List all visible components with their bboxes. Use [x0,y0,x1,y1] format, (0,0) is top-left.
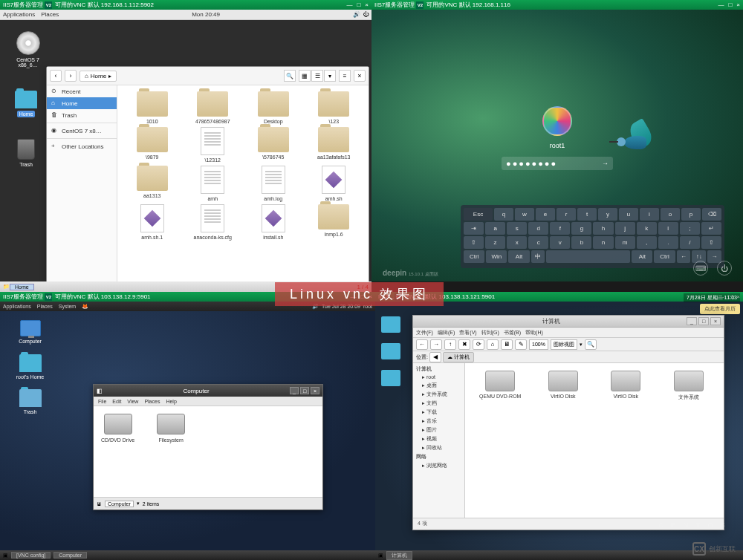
desktop-icon-1[interactable] [381,316,400,333]
maximize-button[interactable]: □ [698,317,709,325]
up-button[interactable]: ↑ [444,339,456,350]
power-button[interactable]: ⏻ [717,261,732,276]
file-item[interactable]: \9879 [123,127,181,163]
osk-key[interactable]: y [598,208,617,221]
search-button[interactable]: 🔍 [585,339,597,350]
file-item[interactable]: anaconda-ks.cfg [184,204,242,240]
osk-key[interactable]: v [550,236,570,249]
osk-key[interactable]: j [615,222,635,235]
search-button[interactable]: 🔍 [284,70,296,82]
stop-button[interactable]: ✖ [458,339,470,350]
sidebar-home[interactable]: ⌂Home [47,97,117,109]
osk-key[interactable]: ↵ [701,222,721,235]
firefox-icon[interactable]: 🦊 [82,304,88,310]
calendar-notice[interactable]: 点此查看月历 [700,304,740,314]
osk-key[interactable] [546,250,630,263]
drive-item[interactable]: CD/DVD Drive [101,414,134,489]
file-item[interactable]: amh [184,166,242,201]
osk-key[interactable]: ⇧ [464,236,484,249]
osk-key[interactable]: w [515,208,534,221]
menu-item[interactable]: Places [144,399,160,404]
osk-key[interactable]: i [640,208,659,221]
taskbar-vnc[interactable]: [VNC config] [11,552,51,559]
trash-desktop-icon[interactable]: Trash [13,389,47,414]
sidebar-item[interactable]: ▸ 文件系统 [413,390,464,399]
menu-item[interactable]: File [98,399,106,404]
list-view-button[interactable]: ☰ [311,70,323,82]
dropdown-button[interactable]: ▾ [324,70,336,82]
sidebar-item[interactable]: ▸ 下载 [413,408,464,417]
maximize-button[interactable]: □ [300,387,309,394]
breadcrumb[interactable]: ⌂ Home ▸ [80,71,117,82]
submit-arrow-icon[interactable]: → [602,160,609,167]
maximize-button[interactable]: □ [357,1,360,8]
osk-key[interactable]: z [485,236,505,249]
close-button[interactable]: × [365,1,369,8]
sidebar-item[interactable]: ▸ 音乐 [413,417,464,426]
sidebar-recent[interactable]: ⊙Recent [47,85,117,97]
close-button[interactable]: × [736,1,740,8]
file-item[interactable]: 478657486987 [184,91,242,124]
file-item[interactable]: install.sh [244,204,302,240]
osk-key[interactable]: c [528,236,548,249]
file-item[interactable]: amh.sh [305,166,363,201]
volume-icon[interactable]: 🔊 [353,11,360,18]
view-select[interactable]: 图标视图 [551,339,577,350]
sidebar-item[interactable]: ▸ 图片 [413,426,464,434]
menu-item[interactable]: 编辑(E) [438,329,455,336]
places-menu[interactable]: Places [37,304,53,309]
osk-key[interactable]: q [494,208,513,221]
minimize-button[interactable]: — [718,1,724,8]
clock[interactable]: 7月28日 星期二 11:03 [684,293,740,302]
close-button[interactable]: × [354,70,366,82]
menu-button[interactable]: ≡ [339,70,351,82]
sidebar-trash[interactable]: 🗑Trash [47,109,117,121]
file-item[interactable]: amh.sh.1 [123,204,181,240]
osk-key[interactable]: r [557,208,576,221]
file-item[interactable]: 1010 [123,91,181,124]
osk-key[interactable]: a [485,222,505,235]
osk-key[interactable]: m [615,236,635,249]
menu-item[interactable]: Edit [112,399,121,404]
home-desktop-icon[interactable]: root's Home [13,354,47,380]
path-segment[interactable]: ☁ 计算机 [443,352,474,362]
system-menu[interactable]: System [59,304,76,309]
minimize-button[interactable]: _ [290,387,299,394]
applications-menu[interactable]: Applications [3,304,31,309]
places-menu[interactable]: Places [41,11,59,18]
forward-button[interactable]: › [65,70,77,82]
menu-item[interactable]: 帮助(H) [525,329,543,336]
sidebar-centos[interactable]: ◉CentOS 7 x8… [47,125,117,137]
file-item[interactable]: \12312 [184,127,242,163]
drive-item[interactable]: QEMU DVD-ROM [473,371,528,401]
sidebar-item[interactable]: ▸ 视频 [413,434,464,443]
grid-view-button[interactable]: ▦ [299,70,311,82]
reload-button[interactable]: ⟳ [473,339,484,350]
osk-key[interactable]: 中 [531,250,545,263]
file-item[interactable]: \123 [305,91,363,124]
sidebar-item[interactable]: ▸ 浏览网络 [413,461,464,470]
osk-key[interactable]: . [658,236,678,249]
sidebar-other[interactable]: +Other Locations [47,140,117,152]
file-item[interactable]: aa1313 [123,166,181,201]
osk-key[interactable]: ⇥ [464,222,484,235]
osk-key[interactable]: k [637,222,657,235]
computer-desktop-icon[interactable]: Computer [13,320,47,344]
osk-key[interactable]: b [571,236,591,249]
osk-key[interactable]: ⌫ [702,208,721,221]
osk-key[interactable]: s [507,222,527,235]
drive-item[interactable]: 文件系统 [661,371,717,401]
osk-key[interactable]: u [619,208,638,221]
osk-key[interactable]: x [507,236,527,249]
drive-item[interactable]: Filesystem [157,414,185,489]
sidebar-item[interactable]: ▸ 文档 [413,399,464,408]
osk-key[interactable]: ; [680,222,700,235]
menu-item[interactable]: View [127,399,138,404]
trash-desktop-icon[interactable]: Trash [11,139,41,167]
close-button[interactable]: × [311,387,319,394]
taskbar-item[interactable]: 计算机 [386,551,412,560]
desktop-icon-3[interactable] [381,370,400,386]
osk-key[interactable]: e [536,208,555,221]
minimize-button[interactable]: — [346,1,352,8]
file-item[interactable]: amh.log [244,166,302,201]
